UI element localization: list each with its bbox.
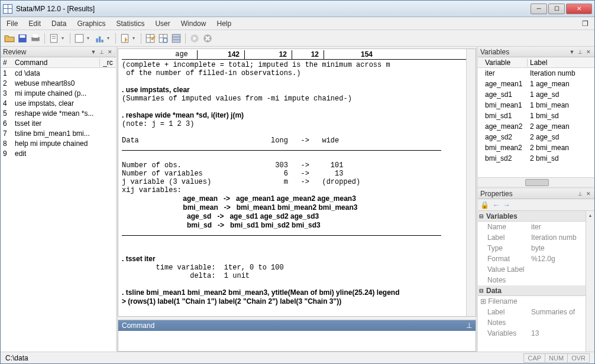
pin-icon[interactable]: ⊥ (466, 321, 472, 330)
viewer-icon[interactable] (74, 33, 85, 44)
properties-scrollbar[interactable] (586, 211, 594, 352)
pin-icon[interactable]: ⊥ (577, 48, 584, 56)
next-icon[interactable]: → (503, 201, 510, 209)
prop-row: LabelIteration numb (478, 232, 594, 243)
review-col-rc[interactable]: _rc (99, 58, 116, 67)
variable-row[interactable]: age_sd11 age_sd (478, 89, 594, 100)
close-panel-icon[interactable]: ✕ (585, 48, 592, 56)
svg-rect-19 (172, 34, 180, 43)
review-row[interactable]: 4use impstats, clear (1, 98, 116, 108)
prop-group-data[interactable]: ⊟Data (478, 285, 594, 296)
close-button[interactable]: ✕ (566, 4, 592, 14)
review-row[interactable]: 8help mi impute chained (1, 138, 116, 148)
variables-col-name[interactable]: Variable (478, 58, 528, 67)
variable-row[interactable]: bmi_mean11 bmi_mean (478, 100, 594, 110)
restore-child-icon[interactable]: ❐ (582, 20, 588, 28)
minimize-button[interactable]: ─ (531, 4, 547, 14)
prop-row: Value Label (478, 264, 594, 275)
review-row[interactable]: 9edit (1, 148, 116, 158)
prop-row: Format%12.0g (478, 254, 594, 264)
review-row[interactable]: 2webuse mheart8s0 (1, 78, 116, 88)
review-title: Review (3, 48, 26, 56)
status-cap: CAP (523, 353, 545, 363)
command-panel: Command ⊥ (118, 320, 476, 352)
properties-panel: Properties ⊥ ✕ 🔒 ← → ⊟Variables Nameiter… (478, 188, 594, 352)
svg-rect-10 (101, 40, 103, 43)
log-dropdown-icon[interactable]: ▾ (62, 35, 66, 41)
variables-col-label[interactable]: Label (528, 58, 594, 67)
log-icon[interactable] (48, 33, 59, 44)
print-icon[interactable] (30, 33, 41, 44)
prop-row: Notes (478, 317, 594, 328)
review-row[interactable]: 5reshape wide *mean *s... (1, 108, 116, 118)
results-scrollbar[interactable] (466, 49, 476, 316)
close-panel-icon[interactable]: ✕ (106, 48, 114, 56)
svg-rect-3 (33, 34, 38, 38)
maximize-button[interactable]: ☐ (548, 4, 565, 14)
review-row[interactable]: 1cd \data (1, 68, 116, 78)
menu-statistics[interactable]: Statistics (116, 20, 144, 28)
pin-icon[interactable]: ⊥ (98, 48, 105, 56)
prop-row: Nameiter (478, 222, 594, 232)
review-col-num[interactable]: # (1, 58, 15, 67)
filter-icon[interactable]: ▼ (568, 48, 575, 56)
variable-row[interactable]: bmi_mean22 bmi_mean (478, 142, 594, 153)
variable-row[interactable]: bmi_sd11 bmi_sd (478, 110, 594, 121)
prev-icon[interactable]: ← (493, 201, 500, 209)
variable-row[interactable]: age_mean11 age_mean (478, 79, 594, 89)
pin-icon[interactable]: ⊥ (577, 190, 584, 197)
status-ovr: OVR (567, 353, 590, 363)
dofile-dropdown-icon[interactable]: ▾ (132, 35, 137, 41)
menu-data[interactable]: Data (51, 20, 66, 28)
review-row[interactable]: 7tsline bmi_mean1 bmi... (1, 128, 116, 138)
graph-icon[interactable] (94, 33, 105, 44)
viewer-dropdown-icon[interactable]: ▾ (87, 35, 92, 41)
review-row[interactable]: 3mi impute chained (p... (1, 88, 116, 98)
open-icon[interactable] (4, 33, 15, 44)
statusbar: C:\data CAP NUM OVR (1, 352, 594, 363)
prop-row: LabelSummaries of (478, 307, 594, 317)
results-panel: age 1421212154(complete + incomplete = t… (118, 48, 476, 317)
data-browser-icon[interactable] (158, 33, 169, 44)
review-col-cmd[interactable]: Command (15, 58, 99, 67)
continue-icon[interactable] (189, 33, 200, 44)
variable-row[interactable]: iterIteration numb (478, 68, 594, 79)
svg-rect-1 (20, 35, 25, 38)
variables-manager-icon[interactable] (171, 33, 182, 44)
prop-group-variables[interactable]: ⊟Variables (478, 211, 594, 222)
menubar: File Edit Data Graphics Statistics User … (1, 17, 594, 30)
dofile-editor-icon[interactable] (119, 33, 130, 44)
command-title: Command (122, 321, 154, 330)
variables-panel: Variables ▼ ⊥ ✕ Variable Label iterItera… (478, 47, 594, 188)
variable-row[interactable]: age_mean22 age_mean (478, 121, 594, 132)
menu-edit[interactable]: Edit (28, 20, 41, 28)
titlebar: Stata/MP 12.0 - [Results] ─ ☐ ✕ (1, 1, 594, 17)
menu-graphics[interactable]: Graphics (77, 20, 105, 28)
app-icon (3, 4, 12, 14)
variables-hscroll[interactable] (478, 177, 594, 187)
prop-row: Variables13 (478, 328, 594, 339)
review-panel: Review ▼ ⊥ ✕ # Command _rc 1cd \data2web… (1, 47, 118, 352)
graph-dropdown-icon[interactable]: ▾ (107, 35, 112, 41)
menu-help[interactable]: Help (216, 20, 231, 28)
filter-icon[interactable]: ▼ (90, 48, 97, 56)
save-icon[interactable] (17, 33, 28, 44)
prop-row: ⊞ Filename (478, 296, 594, 307)
variable-row[interactable]: bmi_sd22 bmi_sd (478, 153, 594, 164)
status-num: NUM (545, 353, 568, 363)
variables-title: Variables (480, 48, 509, 56)
menu-window[interactable]: Window (181, 20, 206, 28)
lock-icon[interactable]: 🔒 (480, 201, 489, 209)
menu-file[interactable]: File (7, 20, 18, 28)
close-panel-icon[interactable]: ✕ (585, 190, 592, 197)
svg-rect-9 (99, 36, 101, 42)
prop-row: Notes (478, 275, 594, 285)
variable-row[interactable]: age_sd22 age_sd (478, 132, 594, 142)
command-input[interactable] (118, 331, 476, 351)
data-editor-icon[interactable] (145, 33, 156, 44)
break-icon[interactable] (202, 33, 213, 44)
scroll-up-icon[interactable]: ▴ (586, 211, 594, 220)
menu-user[interactable]: User (155, 20, 170, 28)
status-path: C:\data (5, 354, 28, 362)
review-row[interactable]: 6tsset iter (1, 118, 116, 128)
